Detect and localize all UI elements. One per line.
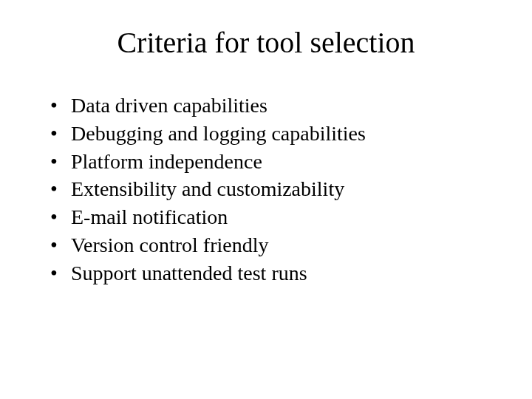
list-item: • Support unattended test runs [49, 260, 495, 287]
bullet-icon: • [49, 232, 71, 259]
list-item: • Platform independence [49, 149, 495, 175]
bullet-text: Support unattended test runs [71, 260, 495, 287]
bullet-text: Platform independence [71, 149, 495, 175]
bullet-text: Extensibility and customizability [71, 176, 495, 202]
bullet-list: • Data driven capabilities • Debugging a… [37, 92, 495, 287]
list-item: • Extensibility and customizability [49, 176, 495, 202]
bullet-icon: • [49, 149, 71, 175]
bullet-icon: • [49, 204, 71, 231]
bullet-text: Debugging and logging capabilities [71, 120, 495, 147]
bullet-icon: • [49, 260, 71, 287]
list-item: • Version control friendly [49, 232, 495, 259]
bullet-text: E-mail notification [71, 204, 495, 231]
slide: Criteria for tool selection • Data drive… [0, 0, 532, 399]
bullet-text: Data driven capabilities [71, 92, 495, 119]
list-item: • E-mail notification [49, 204, 495, 231]
bullet-icon: • [49, 92, 71, 119]
slide-title: Criteria for tool selection [37, 25, 495, 60]
list-item: • Debugging and logging capabilities [49, 120, 495, 147]
list-item: • Data driven capabilities [49, 92, 495, 119]
bullet-icon: • [49, 120, 71, 147]
bullet-icon: • [49, 176, 71, 202]
bullet-text: Version control friendly [71, 232, 495, 259]
